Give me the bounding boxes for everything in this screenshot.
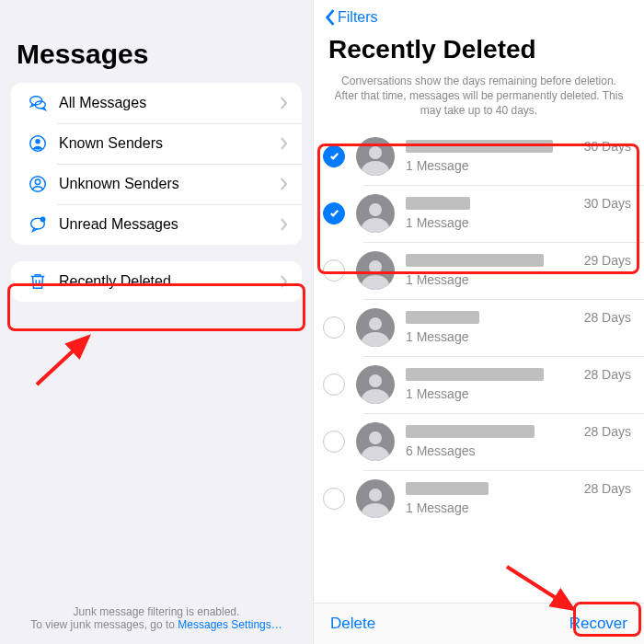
page-title: Messages (0, 17, 313, 83)
contact-name-redacted (406, 425, 535, 438)
days-remaining: 28 Days (584, 424, 631, 439)
selection-checkbox[interactable] (323, 145, 345, 167)
filter-label: All Messages (52, 95, 280, 111)
conversation-row[interactable]: 6 Messages28 Days (314, 413, 644, 470)
chevron-right-icon (280, 97, 289, 109)
delete-button[interactable]: Delete (330, 615, 375, 633)
known-senders-icon (24, 133, 52, 154)
recover-button[interactable]: Recover (569, 615, 627, 633)
avatar (356, 479, 395, 518)
footer-note: Junk message filtering is enabled. To vi… (0, 605, 313, 631)
svg-point-3 (35, 139, 40, 144)
message-count: 6 Messages (406, 443, 584, 458)
avatar (356, 137, 395, 176)
filter-row-unread-messages[interactable]: Unread Messages (11, 204, 302, 245)
recently-deleted-screen: Filters Recently Deleted Conversations s… (313, 0, 644, 644)
all-messages-icon (24, 93, 52, 113)
chevron-right-icon (280, 137, 289, 150)
footer-line1: Junk message filtering is enabled. (0, 605, 313, 618)
back-button[interactable]: Filters (325, 9, 378, 26)
message-count: 1 Message (406, 215, 584, 230)
footer-line2-prefix: To view junk messages, go to (30, 618, 178, 631)
recently-deleted-row[interactable]: Recently Deleted (11, 261, 302, 302)
filters-list: All MessagesKnown SendersUnknown Senders… (11, 83, 302, 245)
days-remaining: 28 Days (584, 310, 631, 325)
filter-label: Unknown Senders (52, 176, 280, 192)
message-count: 1 Message (406, 329, 584, 344)
chevron-right-icon (280, 275, 289, 288)
avatar (356, 422, 395, 461)
contact-name-redacted (406, 197, 470, 210)
conversation-meta: 6 Messages (406, 425, 584, 458)
recently-deleted-card: Recently Deleted (11, 261, 302, 302)
svg-point-5 (35, 179, 40, 185)
selection-checkbox[interactable] (323, 374, 345, 396)
message-count: 1 Message (406, 158, 584, 173)
conversation-row[interactable]: 1 Message30 Days (314, 185, 644, 242)
footer-line2: To view junk messages, go to Messages Se… (0, 618, 313, 631)
page-title: Recently Deleted (314, 29, 644, 74)
messages-filters-screen: Messages All MessagesKnown SendersUnknow… (0, 0, 313, 644)
selection-checkbox[interactable] (323, 316, 345, 339)
trash-icon (24, 271, 52, 292)
unknown-senders-icon (24, 174, 52, 194)
avatar (356, 194, 395, 233)
message-count: 1 Message (406, 272, 584, 287)
days-remaining: 30 Days (584, 196, 631, 211)
filter-row-unknown-senders[interactable]: Unknown Senders (11, 164, 302, 204)
conversation-row[interactable]: 1 Message28 Days (314, 470, 644, 527)
messages-settings-link[interactable]: Messages Settings… (178, 618, 282, 631)
days-remaining: 30 Days (584, 139, 631, 154)
contact-name-redacted (406, 140, 553, 153)
chevron-right-icon (280, 218, 289, 231)
conversation-meta: 1 Message (406, 368, 584, 401)
conversation-meta: 1 Message (406, 140, 584, 173)
filter-row-all-messages[interactable]: All Messages (11, 83, 302, 123)
contact-name-redacted (406, 482, 489, 495)
conversation-row[interactable]: 1 Message29 Days (314, 242, 644, 299)
selection-checkbox[interactable] (323, 202, 345, 224)
avatar (356, 308, 395, 347)
days-remaining: 29 Days (584, 253, 631, 268)
conversation-row[interactable]: 1 Message28 Days (314, 356, 644, 413)
message-count: 1 Message (406, 386, 584, 401)
conversation-meta: 1 Message (406, 254, 584, 287)
filter-label: Known Senders (52, 135, 280, 152)
contact-name-redacted (406, 311, 479, 324)
avatar (356, 251, 395, 290)
unread-messages-icon (24, 214, 52, 235)
filter-row-known-senders[interactable]: Known Senders (11, 123, 302, 164)
days-remaining: 28 Days (584, 481, 631, 496)
contact-name-redacted (406, 254, 544, 267)
info-text: Conversations show the days remaining be… (314, 74, 644, 128)
nav-bar: Filters (314, 0, 644, 29)
message-count: 1 Message (406, 500, 584, 515)
selection-checkbox[interactable] (323, 431, 345, 453)
conversation-list: 1 Message30 Days1 Message30 Days1 Messag… (314, 128, 644, 603)
annotation-arrow (26, 328, 109, 392)
avatar (356, 365, 395, 404)
conversation-row[interactable]: 1 Message30 Days (314, 128, 644, 185)
conversation-meta: 1 Message (406, 482, 584, 515)
conversation-meta: 1 Message (406, 197, 584, 230)
conversation-meta: 1 Message (406, 311, 584, 344)
conversation-row[interactable]: 1 Message28 Days (314, 299, 644, 356)
bottom-toolbar: Delete Recover (314, 603, 644, 644)
svg-point-7 (40, 217, 46, 223)
back-label: Filters (338, 9, 378, 26)
contact-name-redacted (406, 368, 544, 381)
chevron-right-icon (280, 178, 289, 190)
selection-checkbox[interactable] (323, 259, 345, 282)
filter-label: Unread Messages (52, 216, 280, 233)
days-remaining: 28 Days (584, 367, 631, 382)
selection-checkbox[interactable] (323, 488, 345, 510)
recently-deleted-label: Recently Deleted (52, 273, 280, 290)
